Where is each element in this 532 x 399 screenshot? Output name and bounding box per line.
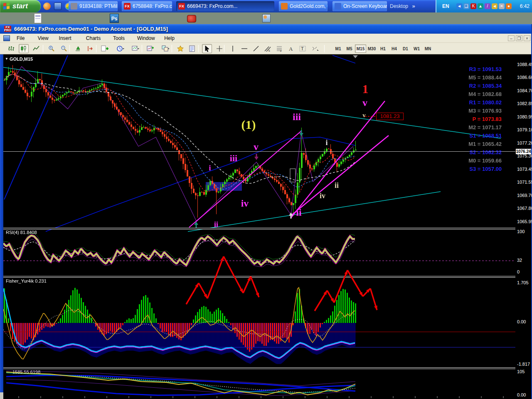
- wave-label-1[interactable]: (1): [241, 118, 256, 132]
- taskbar-task-0[interactable]: 91834188: PTMillenni...: [69, 1, 118, 11]
- start-button[interactable]: start: [0, 0, 41, 12]
- menu-view[interactable]: View: [34, 34, 52, 43]
- menu-insert[interactable]: Insert: [56, 34, 75, 43]
- period-m15[interactable]: M15: [355, 44, 366, 53]
- chevron-down-icon[interactable]: ▼: [5, 57, 8, 61]
- wave-label-1[interactable]: 1: [362, 82, 369, 96]
- wave-label-i[interactable]: i: [209, 164, 211, 172]
- price-tick: 1080.95: [517, 114, 532, 119]
- linechart-icon[interactable]: [31, 44, 41, 53]
- label-icon[interactable]: T: [298, 44, 308, 53]
- chart-menu-icon[interactable]: [3, 35, 10, 41]
- menu-file[interactable]: File: [13, 34, 28, 43]
- autoscroll-icon[interactable]: [73, 44, 83, 53]
- menu-help[interactable]: Help: [161, 34, 178, 43]
- wave-label-ii[interactable]: ii: [296, 207, 301, 218]
- period-w1[interactable]: W1: [411, 44, 422, 53]
- data-window-icon[interactable]: [187, 44, 197, 53]
- arrows-icon[interactable]: [310, 44, 320, 53]
- svg-text:F: F: [280, 50, 282, 52]
- wave-label-iv[interactable]: iv: [320, 192, 325, 200]
- wave-label-v[interactable]: v: [254, 141, 259, 153]
- mdi-restore-button[interactable]: ❐: [516, 35, 522, 41]
- text-icon[interactable]: A: [286, 44, 296, 53]
- period-mn[interactable]: MN: [422, 44, 433, 53]
- wave-label-ii[interactable]: ii: [335, 181, 339, 190]
- pivot-s2: S2 = 1062.32: [468, 148, 502, 157]
- fibonacci-icon[interactable]: F: [274, 44, 284, 53]
- zoom-in-icon[interactable]: [47, 44, 57, 53]
- task-icon: [71, 3, 77, 10]
- taskbar-task-4[interactable]: On-Screen Keyboard: [332, 1, 387, 11]
- period-d1[interactable]: D1: [400, 44, 411, 53]
- resize-grip[interactable]: [0, 392, 3, 399]
- period-h1[interactable]: H1: [377, 44, 389, 53]
- desktop[interactable]: Ps: [0, 12, 532, 24]
- wave-label-iv[interactable]: iv: [241, 198, 249, 209]
- rsi-axis-tick: 100: [517, 229, 525, 234]
- network-icon[interactable]: ❑: [463, 3, 469, 9]
- chevron-icon[interactable]: »: [412, 3, 415, 9]
- document-icon[interactable]: [32, 13, 43, 24]
- pivot-levels: R3 = 1091.53M5 = 1088.44R2 = 1085.34M4 =…: [468, 65, 502, 173]
- cursor-icon[interactable]: [202, 44, 212, 53]
- zoom-out-icon[interactable]: [59, 44, 69, 53]
- channel-icon[interactable]: E: [263, 44, 273, 53]
- firefox-icon[interactable]: [43, 2, 51, 10]
- wave-label-v[interactable]: v: [362, 112, 366, 119]
- period-m1[interactable]: M1: [332, 44, 344, 53]
- hline-icon[interactable]: [239, 44, 249, 53]
- trendline-icon[interactable]: [251, 44, 261, 53]
- window-left-border: [0, 54, 3, 399]
- menu-charts[interactable]: Charts: [83, 34, 104, 43]
- wave-label-iii[interactable]: iii: [230, 153, 237, 164]
- wave-label-v[interactable]: v: [362, 97, 367, 108]
- language-indicator[interactable]: EN: [442, 0, 449, 12]
- back-arrow-icon[interactable]: ◄: [456, 3, 462, 9]
- firewall-icon[interactable]: ●: [506, 3, 512, 9]
- indicators-icon[interactable]: [145, 44, 155, 53]
- photoshop-icon[interactable]: Ps: [109, 13, 120, 24]
- tv-icon[interactable]: [186, 13, 197, 24]
- toolbar-separator: [198, 45, 199, 52]
- window-title-bar[interactable]: FXPRO 6669473: FxPro.com-Demo01 - Demo A…: [0, 24, 532, 34]
- volume-mute-icon[interactable]: ✕: [499, 3, 505, 9]
- vline-icon[interactable]: [228, 44, 238, 53]
- taskbar-task-1[interactable]: FX6758848: FxPro.com...: [122, 1, 172, 11]
- templates-icon[interactable]: [131, 44, 140, 53]
- chart-canvas[interactable]: [3, 54, 515, 399]
- period-m30[interactable]: M30: [366, 44, 377, 53]
- period-m5[interactable]: M5: [344, 44, 355, 53]
- display-icon[interactable]: [54, 2, 62, 10]
- mdi-minimize-button[interactable]: –: [508, 35, 515, 41]
- menu-window[interactable]: Window: [134, 34, 158, 43]
- price-tick: 1079.10: [517, 127, 532, 132]
- desktop-toolbar[interactable]: Desktop »: [390, 0, 415, 12]
- periods-icon[interactable]: [116, 44, 126, 53]
- connect-icon[interactable]: ▲: [478, 3, 483, 9]
- tile-windows-icon[interactable]: [160, 44, 170, 53]
- wave-label-ii[interactable]: ii: [214, 220, 218, 229]
- favorites-icon[interactable]: [175, 44, 185, 53]
- new-order-icon[interactable]: [100, 44, 110, 53]
- menu-tools[interactable]: Tools: [110, 34, 128, 43]
- candlestick-icon[interactable]: [19, 44, 29, 53]
- barchart-icon[interactable]: [6, 44, 16, 53]
- taskbar-clock[interactable]: 6:42: [520, 0, 530, 12]
- wave-label-i[interactable]: i: [325, 138, 328, 147]
- wave-label-iii[interactable]: iii: [293, 111, 301, 123]
- fisher-label: Fisher_Yur4ik 0.231: [6, 278, 47, 283]
- period-h4[interactable]: H4: [389, 44, 400, 53]
- volume-icon[interactable]: ◄: [492, 3, 498, 9]
- chart-shift-icon[interactable]: [86, 44, 96, 53]
- taskbar-task-3[interactable]: Gold2Gold.com, Gold ...: [279, 1, 328, 11]
- pivot-m5: M5 = 1088.44: [468, 74, 502, 82]
- mdi-close-button[interactable]: ×: [524, 35, 530, 41]
- taskbar-task-2[interactable]: FX6669473: FxPro.com...: [176, 1, 274, 11]
- pen-icon[interactable]: /: [485, 3, 490, 9]
- crosshair-icon[interactable]: [214, 44, 224, 53]
- antivirus-icon[interactable]: K: [470, 3, 476, 9]
- workstation-icon[interactable]: [261, 13, 272, 24]
- price-target-label[interactable]: 1081.23: [376, 113, 404, 120]
- symbol-label[interactable]: ▼ GOLD,M15: [5, 57, 33, 62]
